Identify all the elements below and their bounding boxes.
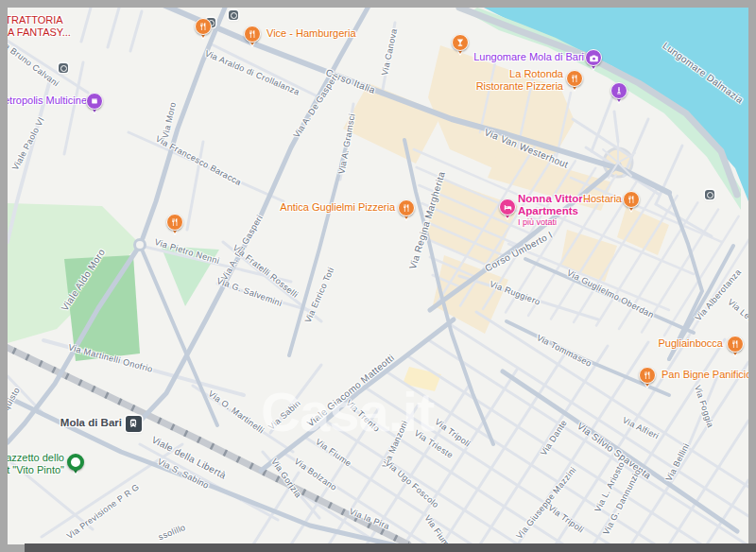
bus-stop-ring <box>60 65 67 72</box>
restaurant-icon <box>730 339 740 349</box>
vice-hamburgeria-label[interactable]: Vice - Hamburgeria <box>266 27 399 40</box>
restaurant-icon <box>198 22 208 31</box>
pugliainbocca-label[interactable]: Pugliainbocca <box>628 337 723 350</box>
window-frame: Via Bruno CalvaniViale Paolo VIVia MoroV… <box>0 0 756 552</box>
cocktail-icon <box>455 38 465 47</box>
restaurant-icon <box>643 371 652 380</box>
la-rotonda-ristorante-pizzeria-label[interactable]: La RotondaRistorante Pizzeria <box>440 68 563 93</box>
camera-icon <box>589 53 599 63</box>
map-canvas[interactable]: Via Bruno CalvaniViale Paolo VIVia MoroV… <box>8 8 748 544</box>
pan-bigne-panificio-label[interactable]: Pan Bigne Panificio <box>662 369 748 381</box>
restaurant-icon <box>248 29 257 39</box>
bus-stop-ring <box>707 192 713 198</box>
hostaria-label[interactable]: Hostaria <box>537 193 622 205</box>
bus-stop-icon[interactable] <box>59 63 68 73</box>
bus-stop-ring <box>231 12 237 19</box>
train-icon <box>128 418 139 429</box>
antica-guglielmi-pizzeria-label[interactable]: Antica Guglielmi Pizzeria <box>259 201 395 214</box>
restaurant-icon <box>627 195 636 204</box>
metropolis-multicine-label[interactable]: Metropolis Multicine <box>8 95 87 107</box>
bottom-scroll-shadow <box>25 543 756 552</box>
monument-icon <box>614 86 624 95</box>
trattoria-pizzeria-fantasy-label[interactable]: TRATTORIARIA FANTASY... <box>8 14 81 39</box>
bus-stop-icon[interactable] <box>229 10 238 20</box>
restaurant-icon <box>170 217 180 227</box>
bed-icon <box>503 202 513 213</box>
bus-stop-icon[interactable] <box>705 190 714 199</box>
cinema-icon <box>90 96 99 106</box>
palazzetto-vito-pinto-label[interactable]: Palazzetto delloSport "Vito Pinto" <box>8 452 64 476</box>
restaurant-icon <box>570 74 579 83</box>
restaurant-icon <box>402 203 411 213</box>
mola-di-bari-station-label[interactable]: Mola di Bari <box>9 417 122 429</box>
lungomare-mola-di-bari-label[interactable]: Lungomare Mola di Bari <box>461 51 584 63</box>
watermark: Casa.it <box>261 380 434 443</box>
mola-di-bari-station-marker[interactable] <box>126 416 142 432</box>
